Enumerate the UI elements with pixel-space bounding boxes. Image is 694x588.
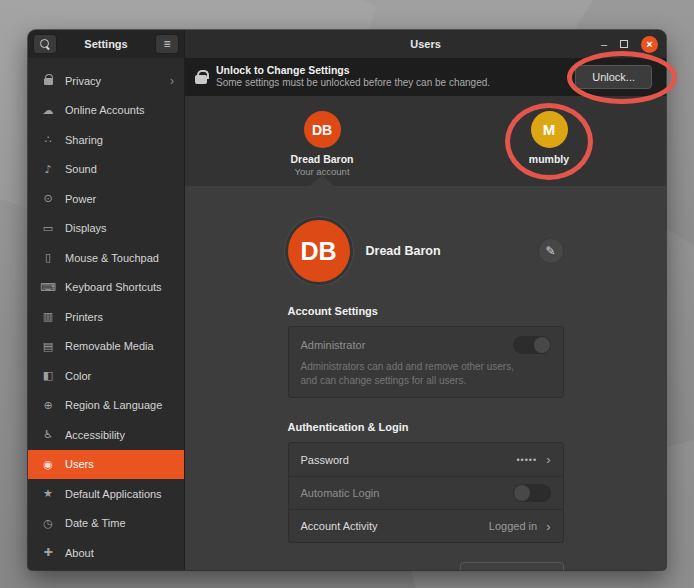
user-name: Dread Baron (366, 244, 538, 258)
unlock-banner: Unlock to Change Settings Some settings … (185, 58, 666, 96)
star-icon: ★ (40, 487, 56, 500)
sidebar-item-accessibility[interactable]: ♿ Accessibility (28, 420, 184, 450)
chevron-right-icon: › (546, 519, 550, 534)
edit-name-button[interactable]: ✎ (538, 238, 564, 264)
globe-icon: ⊕ (40, 399, 56, 412)
close-button[interactable]: × (641, 36, 658, 53)
chevron-right-icon: › (170, 74, 174, 88)
page-title: Users (410, 38, 441, 50)
minimize-button[interactable]: – (601, 39, 607, 50)
sidebar-title: Settings (84, 38, 127, 50)
sidebar-item-privacy[interactable]: Privacy › (28, 66, 184, 96)
color-icon: ◧ (40, 369, 56, 382)
auth-login-card: Password ••••• › Automatic Login Account… (288, 442, 564, 543)
avatar[interactable]: DB (288, 220, 350, 282)
monitor-icon: ▭ (40, 222, 56, 235)
person-icon: ◉ (40, 458, 56, 471)
sidebar-item-removable-media[interactable]: ▤ Removable Media (28, 332, 184, 362)
avatar: M (531, 111, 568, 148)
power-icon: ⊙ (40, 192, 56, 205)
hamburger-icon: ≡ (163, 37, 170, 51)
about-icon: ✚ (40, 546, 56, 559)
chevron-right-icon: › (546, 452, 550, 467)
sidebar-item-displays[interactable]: ▭ Displays (28, 214, 184, 244)
sidebar-item-date-time[interactable]: ◷ Date & Time (28, 509, 184, 539)
administrator-toggle[interactable] (513, 336, 551, 354)
section-heading-account-settings: Account Settings (288, 305, 564, 317)
sidebar-item-users[interactable]: ◉ Users (28, 450, 184, 480)
sidebar-header: Settings ≡ (28, 30, 185, 58)
media-icon: ▤ (40, 340, 56, 353)
lock-icon (40, 74, 56, 88)
window-controls: – × (601, 30, 658, 58)
administrator-description: Administrators can add and remove other … (301, 360, 516, 387)
user-header: DB Dread Baron ✎ (288, 220, 564, 282)
accessibility-icon: ♿ (40, 428, 56, 441)
user-chip-mumbly[interactable]: M mumbly (494, 111, 604, 165)
music-note-icon: ♪ (40, 163, 56, 176)
password-row[interactable]: Password ••••• › (289, 443, 563, 476)
printer-icon: ▥ (40, 310, 56, 323)
administrator-label: Administrator (301, 339, 366, 351)
search-button[interactable] (33, 34, 57, 54)
sidebar: Privacy › ☁ Online Accounts ∴ Sharing ♪ … (28, 58, 185, 570)
remove-user-button[interactable]: Remove User... (460, 562, 564, 570)
automatic-login-toggle[interactable] (513, 484, 551, 502)
sidebar-item-sound[interactable]: ♪ Sound (28, 155, 184, 185)
sidebar-item-default-applications[interactable]: ★ Default Applications (28, 479, 184, 509)
users-panel: Unlock to Change Settings Some settings … (185, 58, 666, 570)
password-dots: ••••• (516, 455, 537, 465)
search-icon (40, 39, 50, 49)
sidebar-item-about[interactable]: ✚ About (28, 538, 184, 568)
sidebar-item-power[interactable]: ⊙ Power (28, 184, 184, 214)
account-activity-row[interactable]: Account Activity Logged in › (289, 509, 563, 542)
automatic-login-row: Automatic Login (289, 476, 563, 509)
menu-button[interactable]: ≡ (155, 34, 179, 54)
sidebar-item-sharing[interactable]: ∴ Sharing (28, 125, 184, 155)
user-chip-dread-baron[interactable]: DB Dread Baron Your account (267, 111, 377, 177)
clock-icon: ◷ (40, 517, 56, 530)
selected-user-notch (310, 175, 334, 186)
unlock-button[interactable]: Unlock... (575, 65, 652, 89)
user-detail-panel: DB Dread Baron ✎ Account Settings Admini… (185, 186, 666, 570)
lock-icon (195, 75, 207, 84)
section-heading-auth-login: Authentication & Login (288, 421, 564, 433)
sidebar-item-region-language[interactable]: ⊕ Region & Language (28, 391, 184, 421)
sidebar-item-printers[interactable]: ▥ Printers (28, 302, 184, 332)
sidebar-item-keyboard-shortcuts[interactable]: ⌨ Keyboard Shortcuts (28, 273, 184, 303)
mouse-icon: ▯ (40, 251, 56, 264)
unlock-title: Unlock to Change Settings (216, 64, 566, 77)
administrator-card: Administrator Administrators can add and… (288, 326, 564, 398)
keyboard-icon: ⌨ (40, 281, 56, 294)
user-carousel: DB Dread Baron Your account M mumbly (185, 96, 666, 186)
unlock-subtitle: Some settings must be unlocked before th… (216, 77, 566, 90)
sidebar-item-online-accounts[interactable]: ☁ Online Accounts (28, 96, 184, 126)
unlock-text: Unlock to Change Settings Some settings … (216, 64, 566, 90)
titlebar: Settings ≡ Users – × (28, 30, 666, 58)
main-header[interactable]: Users – × (185, 30, 666, 58)
cloud-icon: ☁ (40, 104, 56, 117)
sidebar-item-mouse-touchpad[interactable]: ▯ Mouse & Touchpad (28, 243, 184, 273)
settings-window: Settings ≡ Users – × Privacy › ☁ Online … (28, 30, 666, 570)
maximize-button[interactable] (620, 40, 628, 48)
pencil-icon: ✎ (545, 244, 555, 258)
sidebar-item-color[interactable]: ◧ Color (28, 361, 184, 391)
maximize-icon (620, 40, 628, 48)
avatar: DB (304, 111, 341, 148)
account-activity-value: Logged in (489, 520, 537, 532)
share-icon: ∴ (40, 133, 56, 146)
